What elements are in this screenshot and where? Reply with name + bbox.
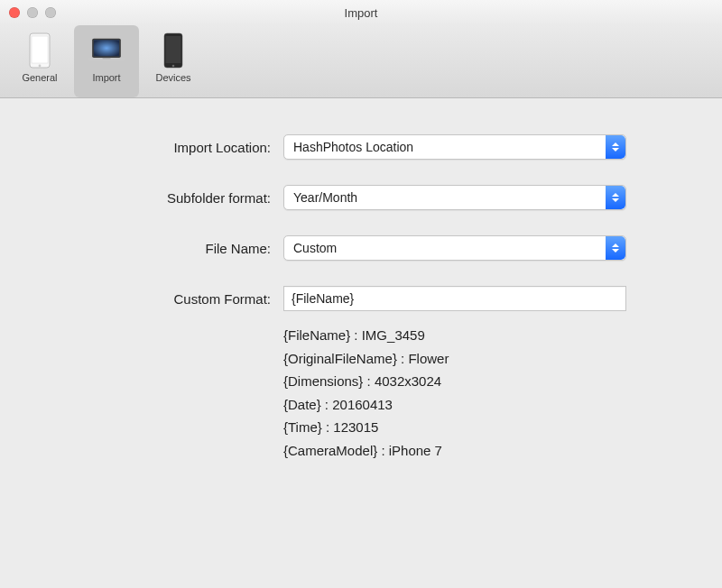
svg-rect-7 [103, 58, 111, 59]
chevrons-up-down-icon [606, 236, 625, 260]
hint-line: {Time} : 123015 [283, 416, 686, 439]
svg-rect-1 [32, 36, 48, 63]
hint-line: {Date} : 20160413 [283, 393, 686, 417]
window-title: Import [345, 6, 378, 20]
minimize-button[interactable] [27, 7, 38, 18]
hint-line: {Dimensions} : 4032x3024 [283, 370, 686, 393]
tab-label: General [22, 72, 57, 83]
tab-label: Import [92, 72, 120, 83]
svg-rect-9 [166, 36, 181, 63]
chevrons-up-down-icon [606, 186, 625, 209]
row-custom-format: Custom Format: {FileName} [36, 286, 686, 311]
tab-devices[interactable]: Devices [141, 25, 206, 97]
close-button[interactable] [9, 7, 20, 18]
format-hints: {FileName} : IMG_3459 {OriginalFileName}… [283, 324, 686, 462]
row-subfolder-format: Subfolder format: Year/Month [36, 185, 686, 210]
import-location-select[interactable]: HashPhotos Location [283, 134, 626, 160]
hint-line: {FileName} : IMG_3459 [283, 324, 686, 347]
tab-general[interactable]: General [7, 25, 72, 97]
row-import-location: Import Location: HashPhotos Location [36, 134, 686, 160]
titlebar: Import [0, 0, 722, 25]
custom-format-input[interactable]: {FileName} [283, 286, 626, 311]
tab-import[interactable]: Import [74, 25, 139, 97]
select-value: HashPhotos Location [284, 140, 606, 154]
chevrons-up-down-icon [606, 135, 625, 159]
subfolder-format-label: Subfolder format: [36, 190, 283, 206]
import-location-label: Import Location: [36, 140, 283, 155]
hint-line: {CameraModel} : iPhone 7 [283, 439, 686, 463]
preferences-window: Import General [0, 0, 722, 588]
subfolder-format-select[interactable]: Year/Month [283, 185, 626, 210]
iphone-dark-icon [153, 31, 193, 70]
content-area: Import Location: HashPhotos Location Sub… [0, 98, 722, 588]
svg-point-2 [39, 65, 42, 68]
input-value: {FileName} [292, 291, 354, 306]
iphone-icon [20, 31, 60, 70]
window-controls [9, 7, 56, 18]
select-value: Custom [284, 241, 606, 255]
row-file-name: File Name: Custom [36, 235, 686, 261]
select-value: Year/Month [284, 190, 606, 205]
macbook-icon [87, 31, 126, 70]
svg-point-10 [172, 65, 175, 68]
file-name-label: File Name: [36, 241, 283, 256]
hint-line: {OriginalFileName} : Flower [283, 347, 686, 371]
file-name-select[interactable]: Custom [283, 235, 626, 261]
toolbar: General Import [0, 25, 722, 98]
custom-format-label: Custom Format: [36, 291, 283, 307]
zoom-button[interactable] [45, 7, 56, 18]
tab-label: Devices [155, 72, 190, 83]
svg-rect-5 [94, 41, 119, 57]
